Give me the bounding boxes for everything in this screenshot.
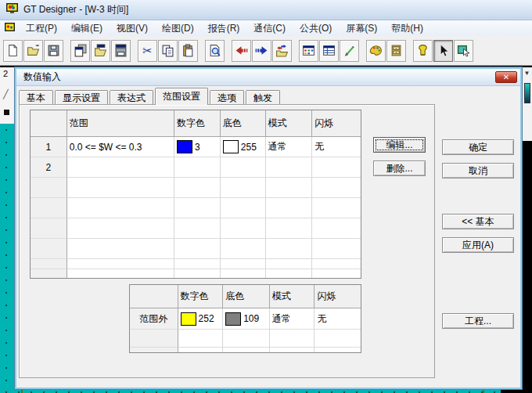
draw-pen-button[interactable]: [340, 40, 359, 62]
bg-color-cell: 255: [221, 137, 266, 157]
out-of-range-row[interactable]: 范围外 252 109 通常 无: [130, 308, 361, 330]
basic-toggle-button[interactable]: << 基本: [442, 214, 514, 229]
range-row-empty[interactable]: [31, 198, 361, 218]
mode-cell: 通常: [266, 137, 313, 157]
mdi-document-icon[interactable]: [5, 23, 16, 34]
cursor-button[interactable]: [433, 40, 453, 62]
edit-button[interactable]: 编辑...: [373, 137, 426, 153]
library-button[interactable]: [386, 40, 406, 62]
menu-bar: 工程(P) 编辑(E) 视图(V) 绘图(D) 报告(R) 通信(C) 公共(O…: [0, 20, 532, 36]
menu-item-screen[interactable]: 屏幕(S): [339, 20, 384, 37]
dialog-title: 数值输入: [23, 70, 61, 84]
header-range: 范围: [67, 110, 174, 137]
blink-cell: 无: [315, 308, 361, 330]
copy-button[interactable]: [158, 40, 178, 62]
save-icon: [47, 44, 60, 57]
tab-options[interactable]: 选项: [210, 90, 244, 105]
close-button[interactable]: ✕: [495, 71, 517, 83]
new-button[interactable]: [3, 40, 23, 62]
project-button[interactable]: 工程...: [442, 313, 514, 329]
header-blink: 闪烁: [312, 110, 361, 137]
canvas-left-strip[interactable]: [0, 124, 16, 393]
range-row-empty[interactable]: [31, 259, 361, 269]
apply-button[interactable]: 应用(A): [442, 237, 514, 253]
open-button[interactable]: [23, 40, 43, 62]
open-screen-button[interactable]: [91, 40, 110, 62]
range-row-2[interactable]: 2: [31, 157, 361, 178]
save-screen-button[interactable]: [111, 40, 131, 62]
chevron-down-icon[interactable]: ▼: [522, 67, 532, 77]
bg-color-code: 255: [241, 142, 257, 153]
select-object-button[interactable]: [454, 40, 473, 62]
number-color-swatch: [181, 312, 196, 326]
rect-tool-icon: [4, 110, 9, 115]
header-index: [31, 110, 67, 137]
range-row-empty[interactable]: [31, 218, 361, 239]
range-row-1[interactable]: 1 0.0 <= $W <= 0.3 3 255 通常 无: [31, 137, 361, 157]
screen-jump-button[interactable]: [272, 40, 292, 62]
select-object-icon: [457, 44, 470, 57]
forward-button[interactable]: [252, 40, 271, 62]
range-row-empty[interactable]: [31, 269, 361, 279]
menu-item-report[interactable]: 报告(R): [201, 20, 247, 37]
tab-range-settings[interactable]: 范围设置: [155, 88, 208, 105]
menu-item-project[interactable]: 工程(P): [19, 20, 64, 37]
menu-item-view[interactable]: 视图(V): [110, 20, 155, 37]
toolbar-mini-icon: [524, 83, 530, 103]
tab-trigger[interactable]: 触发: [246, 90, 280, 105]
range-settings-page: 范围 数字色 底色 模式 闪烁 1 0.0 <= $W <= 0.3 3 255…: [19, 104, 435, 378]
delete-button[interactable]: 删除...: [373, 160, 426, 176]
cut-button[interactable]: ✂: [138, 40, 157, 62]
cut-icon: ✂: [142, 45, 153, 56]
menu-item-common[interactable]: 公共(O): [293, 20, 339, 37]
tab-display[interactable]: 显示设置: [55, 90, 108, 105]
header-mode: 模式: [266, 110, 313, 137]
range-table: 范围 数字色 底色 模式 闪烁 1 0.0 <= $W <= 0.3 3 255…: [30, 110, 361, 279]
menu-item-comm[interactable]: 通信(C): [246, 20, 293, 37]
back-arrow-icon: [235, 44, 248, 57]
copy-icon: [161, 44, 174, 57]
save-screen-icon: [114, 44, 128, 57]
left-toolbar-remnant: 2 ╱: [0, 67, 16, 124]
range-row-empty[interactable]: [31, 239, 361, 259]
back-button[interactable]: [232, 40, 251, 62]
number-color-code: 252: [199, 313, 214, 324]
attribute-view-button[interactable]: [299, 40, 318, 62]
tab-expression[interactable]: 表达式: [110, 90, 153, 105]
range-table-header: 范围 数字色 底色 模式 闪烁: [31, 110, 361, 137]
paste-icon: [182, 44, 195, 57]
forward-arrow-icon: [255, 44, 268, 57]
new-screen-button[interactable]: [70, 40, 90, 62]
data-view-icon: [322, 44, 336, 57]
header-mode: 模式: [270, 285, 315, 308]
palette-button[interactable]: [366, 40, 386, 62]
mode-cell: 通常: [270, 308, 315, 330]
device-monitor-button[interactable]: [413, 40, 433, 62]
data-view-button[interactable]: [319, 40, 339, 62]
main-toolbar: ✂: [0, 36, 532, 66]
dialog-titlebar[interactable]: 数值输入 ✕: [16, 69, 520, 86]
preview-button[interactable]: [205, 40, 225, 62]
cursor-icon: [437, 44, 450, 57]
open-icon: [27, 44, 40, 57]
header-number-color: 数字色: [178, 285, 224, 308]
out-of-range-table: 数字色 底色 模式 闪烁 范围外 252 109 通常 无: [129, 284, 361, 353]
ok-button[interactable]: 确定: [442, 139, 514, 155]
out-of-range-label: 范围外: [130, 308, 178, 330]
menu-item-draw[interactable]: 绘图(D): [155, 20, 201, 37]
menu-item-help[interactable]: 帮助(H): [384, 20, 430, 37]
row-index: 1: [31, 137, 67, 157]
paste-button[interactable]: [178, 40, 198, 62]
tab-basic[interactable]: 基本: [19, 90, 53, 105]
save-button[interactable]: [44, 40, 63, 62]
range-expression: 0.0 <= $W <= 0.3: [67, 137, 174, 157]
new-screen-icon: [74, 44, 87, 57]
menu-item-edit[interactable]: 编辑(E): [64, 20, 110, 37]
number-color-code: 3: [195, 142, 200, 153]
cancel-button[interactable]: 取消: [442, 163, 514, 178]
mdi-area: 2 ╱ ▼ 数值输入 ✕ 基本 显示设置 表达式 范围设置: [0, 66, 532, 393]
line-tool-icon: ╱: [3, 89, 9, 99]
range-row-empty[interactable]: [31, 178, 361, 198]
window-titlebar: GT Designer - [W-3 时间]: [0, 0, 532, 20]
dialog-client: 基本 显示设置 表达式 范围设置 选项 触发 范围 数字色 底色: [16, 86, 520, 388]
